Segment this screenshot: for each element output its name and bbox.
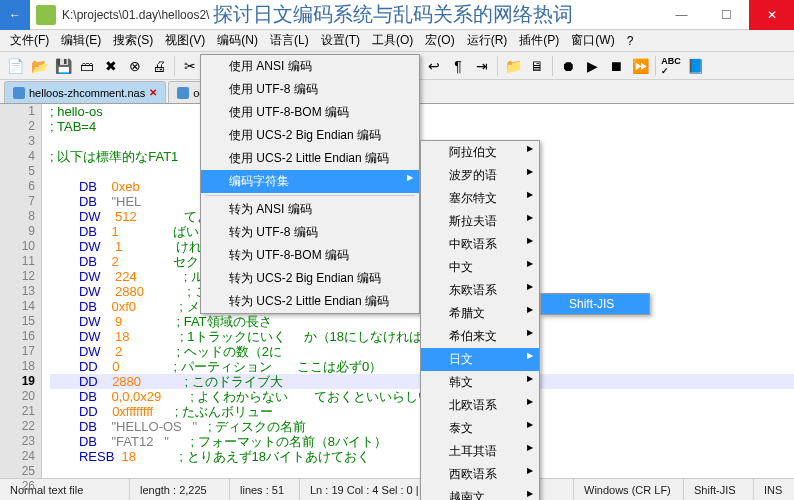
status-length: length : 2,225 [130, 479, 230, 500]
charset-lang-item[interactable]: 阿拉伯文 [421, 141, 539, 164]
charset-lang-item[interactable]: 日文 [421, 348, 539, 371]
open-icon[interactable]: 📂 [28, 55, 50, 77]
menu-item[interactable]: 运行(R) [461, 30, 514, 51]
menu-item[interactable]: 文件(F) [4, 30, 55, 51]
menu-item[interactable]: 插件(P) [513, 30, 565, 51]
encoding-option[interactable]: 使用 UTF-8-BOM 编码 [201, 101, 419, 124]
print-icon[interactable]: 🖨 [148, 55, 170, 77]
tab-close-icon[interactable]: ✕ [149, 87, 157, 98]
showall-icon[interactable]: ¶ [447, 55, 469, 77]
charset-lang-item[interactable]: 中欧语系 [421, 233, 539, 256]
window-path: K:\projects\01.day\helloos2\ [62, 8, 209, 22]
charset-lang-item[interactable]: 东欧语系 [421, 279, 539, 302]
menubar: 文件(F)编辑(E)搜索(S)视图(V)编码(N)语言(L)设置(T)工具(O)… [0, 30, 794, 52]
convert-option[interactable]: 转为 ANSI 编码 [201, 198, 419, 221]
file-icon [177, 87, 189, 99]
menu-item[interactable]: 语言(L) [264, 30, 315, 51]
charset-lang-item[interactable]: 斯拉夫语 [421, 210, 539, 233]
minimize-button[interactable]: — [659, 0, 704, 30]
menu-item[interactable]: 编辑(E) [55, 30, 107, 51]
file-tab[interactable]: helloos-zhcomment.nas✕ [4, 81, 166, 103]
stop-icon[interactable]: ⏹ [605, 55, 627, 77]
charset-lang-item[interactable]: 越南文 [421, 486, 539, 500]
titlebar: ← K:\projects\01.day\helloos2\ 探讨日文编码系统与… [0, 0, 794, 30]
overlay-text: 探讨日文编码系统与乱码关系的网络热词 [213, 1, 573, 28]
encoding-option[interactable]: 使用 UCS-2 Big Endian 编码 [201, 124, 419, 147]
convert-option[interactable]: 转为 UCS-2 Big Endian 编码 [201, 267, 419, 290]
closeall-icon[interactable]: ⊗ [124, 55, 146, 77]
charset-lang-item[interactable]: 韩文 [421, 371, 539, 394]
saveall-icon[interactable]: 🗃 [76, 55, 98, 77]
encoding-choice[interactable]: Shift-JIS [541, 294, 649, 314]
file-icon [13, 87, 25, 99]
spellcheck-icon[interactable]: ABC✓ [660, 55, 682, 77]
menu-item[interactable]: 窗口(W) [565, 30, 620, 51]
close-button[interactable]: ✕ [749, 0, 794, 30]
status-lines: lines : 51 [230, 479, 300, 500]
folder-icon[interactable]: 📁 [502, 55, 524, 77]
menu-item[interactable]: ? [621, 32, 640, 50]
status-eol: Windows (CR LF) [574, 479, 684, 500]
save-icon[interactable]: 💾 [52, 55, 74, 77]
japanese-submenu: Shift-JIS [540, 293, 650, 315]
charset-lang-item[interactable]: 希伯来文 [421, 325, 539, 348]
encoding-option[interactable]: 使用 UTF-8 编码 [201, 78, 419, 101]
encoding-menu: 使用 ANSI 编码使用 UTF-8 编码使用 UTF-8-BOM 编码使用 U… [200, 54, 420, 314]
wrap-icon[interactable]: ↩ [423, 55, 445, 77]
encoding-option[interactable]: 使用 UCS-2 Little Endian 编码 [201, 147, 419, 170]
menu-item[interactable]: 编码(N) [211, 30, 264, 51]
charset-lang-item[interactable]: 塞尔特文 [421, 187, 539, 210]
charset-lang-item[interactable]: 泰文 [421, 417, 539, 440]
maximize-button[interactable]: ☐ [704, 0, 749, 30]
back-button[interactable]: ← [0, 0, 30, 30]
charset-lang-item[interactable]: 西欧语系 [421, 463, 539, 486]
doc-icon[interactable]: 📘 [684, 55, 706, 77]
status-enc: Shift-JIS [684, 479, 754, 500]
cut-icon[interactable]: ✂ [179, 55, 201, 77]
play-icon[interactable]: ▶ [581, 55, 603, 77]
statusbar: Normal text file length : 2,225 lines : … [0, 478, 794, 500]
charset-lang-item[interactable]: 土耳其语 [421, 440, 539, 463]
charset-lang-item[interactable]: 波罗的语 [421, 164, 539, 187]
monitor-icon[interactable]: 🖥 [526, 55, 548, 77]
menu-item[interactable]: 设置(T) [315, 30, 366, 51]
charset-menu-item[interactable]: 编码字符集 [201, 170, 419, 193]
convert-option[interactable]: 转为 UTF-8 编码 [201, 221, 419, 244]
encoding-option[interactable]: 使用 ANSI 编码 [201, 55, 419, 78]
charset-submenu: 阿拉伯文波罗的语塞尔特文斯拉夫语中欧语系中文东欧语系希腊文希伯来文日文韩文北欧语… [420, 140, 540, 500]
menu-item[interactable]: 搜索(S) [107, 30, 159, 51]
ff-icon[interactable]: ⏩ [629, 55, 651, 77]
new-icon[interactable]: 📄 [4, 55, 26, 77]
menu-item[interactable]: 宏(O) [419, 30, 460, 51]
convert-option[interactable]: 转为 UCS-2 Little Endian 编码 [201, 290, 419, 313]
charset-lang-item[interactable]: 希腊文 [421, 302, 539, 325]
menu-item[interactable]: 视图(V) [159, 30, 211, 51]
menu-item[interactable]: 工具(O) [366, 30, 419, 51]
record-icon[interactable]: ⏺ [557, 55, 579, 77]
status-mode: INS [754, 479, 794, 500]
convert-option[interactable]: 转为 UTF-8-BOM 编码 [201, 244, 419, 267]
app-icon [36, 5, 56, 25]
line-gutter: 1234567891011121314151617181920212223242… [0, 104, 42, 478]
charset-lang-item[interactable]: 中文 [421, 256, 539, 279]
charset-lang-item[interactable]: 北欧语系 [421, 394, 539, 417]
close-file-icon[interactable]: ✖ [100, 55, 122, 77]
tab-label: helloos-zhcomment.nas [29, 87, 145, 99]
indent-icon[interactable]: ⇥ [471, 55, 493, 77]
